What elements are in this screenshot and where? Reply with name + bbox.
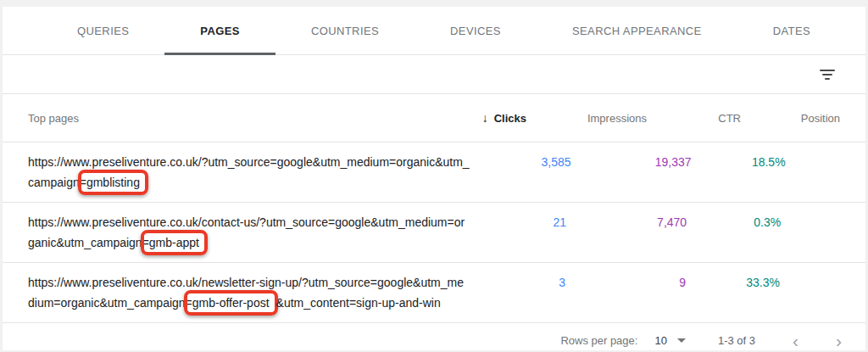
column-header-position[interactable]: Position bbox=[741, 112, 840, 125]
url-line-2: campaign=gmblisting bbox=[28, 172, 470, 193]
highlight-box-gmb-appt: gmb-appt bbox=[141, 230, 208, 255]
pagination-bar: Rows per page: 10 1-3 of 3 ‹ › bbox=[3, 323, 865, 352]
highlight-box-gmb-offer-post: gmb-offer-post bbox=[184, 290, 278, 316]
url-line-2: ganic&utm_campaign=gmb-appt bbox=[28, 232, 465, 253]
previous-page-button[interactable]: ‹ bbox=[789, 332, 802, 349]
tab-devices[interactable]: DEVICES bbox=[415, 7, 537, 54]
rows-per-page-select[interactable]: 10 bbox=[654, 334, 717, 347]
pagination-range: 1-3 of 3 bbox=[718, 334, 755, 347]
dropdown-arrow-icon bbox=[677, 338, 686, 343]
ctr-value: 33.3% bbox=[686, 272, 780, 293]
table-row[interactable]: https://www.preseliventure.co.uk/newslet… bbox=[3, 263, 865, 323]
impressions-value: 9 bbox=[565, 272, 686, 293]
page-url: https://www.preseliventure.co.uk/contact… bbox=[28, 212, 465, 253]
table-row[interactable]: https://www.preseliventure.co.uk/?utm_so… bbox=[3, 142, 865, 203]
tab-dates[interactable]: DATES bbox=[737, 7, 846, 54]
highlight-box-gmblisting: gmblisting bbox=[78, 170, 148, 195]
tab-countries[interactable]: COUNTRIES bbox=[275, 7, 415, 54]
performance-report-card: QUERIES PAGES COUNTRIES DEVICES SEARCH A… bbox=[3, 7, 865, 350]
table-header: Top pages ↓Clicks Impressions CTR Positi… bbox=[3, 94, 865, 142]
clicks-value: 21 bbox=[465, 212, 566, 232]
impressions-value: 19,337 bbox=[571, 152, 692, 172]
rows-per-page-value: 10 bbox=[654, 334, 666, 347]
url-line-2: dium=organic&utm_campaign=gmb-offer-post… bbox=[28, 293, 464, 313]
column-header-clicks-label: Clicks bbox=[494, 112, 526, 125]
tab-search-appearance[interactable]: SEARCH APPEARANCE bbox=[537, 7, 737, 54]
column-header-impressions[interactable]: Impressions bbox=[526, 112, 647, 125]
url-line-1: https://www.preseliventure.co.uk/contact… bbox=[28, 212, 465, 232]
table-row[interactable]: https://www.preseliventure.co.uk/contact… bbox=[3, 203, 865, 263]
next-page-button[interactable]: › bbox=[832, 332, 845, 349]
report-tabs: QUERIES PAGES COUNTRIES DEVICES SEARCH A… bbox=[3, 7, 865, 55]
sort-descending-icon: ↓ bbox=[482, 111, 488, 125]
page-url: https://www.preseliventure.co.uk/newslet… bbox=[28, 272, 464, 313]
column-header-ctr[interactable]: CTR bbox=[647, 112, 741, 125]
position-value: 1 bbox=[780, 272, 868, 293]
page-url: https://www.preseliventure.co.uk/?utm_so… bbox=[28, 152, 470, 193]
position-value: 9 bbox=[781, 212, 868, 232]
clicks-value: 3,585 bbox=[470, 152, 571, 172]
ctr-value: 0.3% bbox=[687, 212, 781, 232]
tab-pages[interactable]: PAGES bbox=[164, 7, 275, 54]
position-value: 4 bbox=[786, 152, 868, 172]
ctr-value: 18.5% bbox=[692, 152, 786, 172]
column-header-clicks[interactable]: ↓Clicks bbox=[425, 111, 526, 125]
tab-queries[interactable]: QUERIES bbox=[42, 7, 164, 54]
filter-toolbar bbox=[3, 55, 865, 94]
impressions-value: 7,470 bbox=[566, 212, 687, 232]
filter-button[interactable] bbox=[816, 66, 838, 83]
column-header-top-pages: Top pages bbox=[28, 112, 425, 125]
rows-per-page-label: Rows per page: bbox=[560, 334, 637, 347]
clicks-value: 3 bbox=[464, 272, 565, 293]
filter-icon bbox=[820, 70, 835, 80]
